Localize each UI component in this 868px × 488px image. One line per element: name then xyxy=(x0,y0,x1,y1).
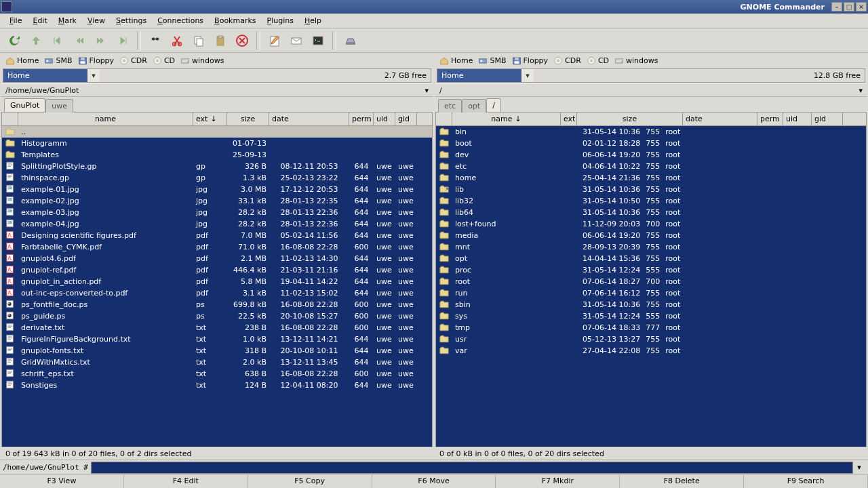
file-row[interactable]: gnuplot4.6.pdfpdf2.1 MB11-02-13 14:30644… xyxy=(2,253,432,264)
right-column-header-size[interactable]: size xyxy=(577,113,683,125)
file-row[interactable]: .. xyxy=(2,126,432,138)
fnkey-f6[interactable]: F6 Move xyxy=(372,475,496,488)
file-row[interactable]: gnuplot-fonts.txttxt318 B20-10-08 10:116… xyxy=(2,345,432,357)
left-column-header-size[interactable]: size xyxy=(227,113,269,125)
file-row[interactable]: proc31-05-14 12:24555rootroot xyxy=(436,264,866,276)
cut-button[interactable] xyxy=(167,30,187,51)
select-pattern-button[interactable]: ** xyxy=(145,30,165,51)
left-column-header-ext[interactable]: ext xyxy=(193,113,227,125)
file-row[interactable]: thinspace.gpgp1.3 kB25-02-13 23:22644uwe… xyxy=(2,172,432,184)
file-row[interactable]: var27-04-14 22:08755rootroot xyxy=(436,345,866,357)
file-row[interactable]: sys31-05-14 12:24555rootroot xyxy=(436,310,866,322)
file-row[interactable]: bin31-05-14 10:36755rootroot xyxy=(436,126,866,138)
edit-button[interactable] xyxy=(264,30,285,51)
menu-help[interactable]: Help xyxy=(299,15,327,26)
right-column-header-gid[interactable]: gid xyxy=(812,113,843,125)
menu-bookmarks[interactable]: Bookmarks xyxy=(209,15,261,26)
right-device-home[interactable]: Home xyxy=(437,54,475,67)
right-device-smb[interactable]: SMB xyxy=(475,54,509,67)
left-tab-uwe[interactable]: uwe xyxy=(45,99,73,113)
left-device-windows[interactable]: windows xyxy=(178,54,226,67)
file-row[interactable]: ps_fontfile_doc.psps699.8 kB16-08-08 22:… xyxy=(2,299,432,310)
right-column-header-name[interactable]: name xyxy=(452,113,561,125)
file-row[interactable]: lib3231-05-14 10:50755rootroot xyxy=(436,195,866,207)
file-row[interactable]: gnuplot-ref.pdfpdf446.4 kB21-03-11 21:16… xyxy=(2,264,432,276)
maximize-button[interactable]: □ xyxy=(844,2,854,12)
right-column-header-date[interactable]: date xyxy=(683,113,757,125)
left-device-smb[interactable]: SMB xyxy=(41,54,75,67)
left-column-header-date[interactable]: date xyxy=(269,113,349,125)
file-row[interactable]: home25-04-14 21:36755rootroot xyxy=(436,172,866,184)
left-device-cdr[interactable]: CDR xyxy=(117,54,150,67)
close-button[interactable]: × xyxy=(856,2,867,12)
file-row[interactable]: out-inc-eps-converted-to.pdfpdf3.1 kB11-… xyxy=(2,287,432,299)
file-row[interactable]: example-03.jpgjpg28.2 kB28-01-13 22:3664… xyxy=(2,207,432,218)
left-device-floppy[interactable]: Floppy xyxy=(75,54,117,67)
fnkey-f8[interactable]: F8 Delete xyxy=(620,475,744,488)
first-button[interactable] xyxy=(47,30,68,51)
file-row[interactable]: ps_guide.psps22.5 kB20-10-08 15:27600uwe… xyxy=(2,310,432,322)
right-column-header-icon[interactable] xyxy=(436,113,452,125)
terminal-button[interactable] xyxy=(308,30,328,51)
last-button[interactable] xyxy=(113,30,133,51)
left-file-list-body[interactable]: ..Histogramm01-07-13 21:31755uweuweTempl… xyxy=(2,126,432,447)
remote-button[interactable] xyxy=(340,30,361,51)
menu-mark[interactable]: Mark xyxy=(53,15,82,26)
minimize-button[interactable]: – xyxy=(831,2,842,12)
menu-file[interactable]: File xyxy=(4,15,27,26)
menu-view[interactable]: View xyxy=(82,15,111,26)
file-row[interactable]: Histogramm01-07-13 21:31755uweuwe xyxy=(2,138,432,149)
file-row[interactable]: Sonstigestxt124 B12-04-11 08:20644uweuwe xyxy=(2,380,432,391)
paste-button[interactable] xyxy=(210,30,231,51)
right-device-floppy[interactable]: Floppy xyxy=(509,54,551,67)
right-path[interactable]: / xyxy=(439,86,850,95)
left-column-header-name[interactable]: name xyxy=(18,113,193,125)
fnkey-f5[interactable]: F5 Copy xyxy=(248,475,372,488)
file-row[interactable]: lib6431-05-14 10:36755rootroot xyxy=(436,207,866,218)
file-row[interactable]: opt14-04-14 15:36755rootroot xyxy=(436,253,866,264)
fnkey-f7[interactable]: F7 Mkdir xyxy=(496,475,620,488)
fnkey-f3[interactable]: F3 View xyxy=(0,475,124,488)
menu-edit[interactable]: Edit xyxy=(27,15,52,26)
right-tab-etc[interactable]: etc xyxy=(438,99,462,113)
command-history-dropdown[interactable]: ▾ xyxy=(853,463,865,472)
up-button[interactable] xyxy=(26,30,46,51)
file-row[interactable]: lost+found11-12-09 20:03700rootroot xyxy=(436,218,866,230)
chevron-down-icon[interactable]: ▾ xyxy=(87,71,100,80)
file-row[interactable]: mnt28-09-13 20:39755rootroot xyxy=(436,241,866,253)
file-row[interactable]: gnuplot_in_action.pdfpdf5.8 MB19-04-11 1… xyxy=(2,276,432,287)
left-column-header-perm[interactable]: perm xyxy=(349,113,374,125)
forward-button[interactable] xyxy=(91,30,111,51)
file-row[interactable]: example-04.jpgjpg28.2 kB28-01-13 22:3664… xyxy=(2,218,432,230)
left-path-history[interactable]: ▾ xyxy=(416,86,429,95)
file-row[interactable]: Designing scientific figures.pdfpdf7.0 M… xyxy=(2,230,432,241)
left-tab-GnuPlot[interactable]: GnuPlot xyxy=(4,98,45,112)
left-device-cd[interactable]: CD xyxy=(150,54,178,67)
file-row[interactable]: dev06-06-14 19:20755rootroot xyxy=(436,149,866,161)
menu-settings[interactable]: Settings xyxy=(111,15,152,26)
chevron-down-icon[interactable]: ▾ xyxy=(521,71,534,80)
file-row[interactable]: usr05-12-13 13:27755rootroot xyxy=(436,333,866,345)
fnkey-f9[interactable]: F9 Search xyxy=(744,475,868,488)
file-row[interactable]: etc04-06-14 10:22755rootroot xyxy=(436,161,866,172)
back-button[interactable] xyxy=(69,30,90,51)
file-row[interactable]: example-02.jpgjpg33.1 kB28-01-13 22:3564… xyxy=(2,195,432,207)
right-path-history[interactable]: ▾ xyxy=(850,86,863,95)
file-row[interactable]: example-01.jpgjpg3.0 MB17-12-12 20:53644… xyxy=(2,184,432,195)
file-row[interactable]: boot02-01-12 18:28755rootroot xyxy=(436,138,866,149)
file-row[interactable]: run07-06-14 16:12755rootroot xyxy=(436,287,866,299)
file-row[interactable]: GridWithMxtics.txttxt2.0 kB13-12-11 13:4… xyxy=(2,357,432,368)
menu-connections[interactable]: Connections xyxy=(152,15,209,26)
right-file-list-body[interactable]: bin31-05-14 10:36755rootrootboot02-01-12… xyxy=(436,126,866,447)
command-input[interactable] xyxy=(91,462,853,474)
file-row[interactable]: derivate.txttxt238 B16-08-08 22:28600uwe… xyxy=(2,322,432,333)
file-row[interactable]: SplittingPlotStyle.gpgp326 B08-12-11 20:… xyxy=(2,161,432,172)
file-row[interactable]: schrift_eps.txttxt638 B16-08-08 22:28600… xyxy=(2,368,432,380)
right-column-header-uid[interactable]: uid xyxy=(783,113,812,125)
menu-plugins[interactable]: Plugins xyxy=(262,15,299,26)
right-drive-combo[interactable]: Home▾12.8 GB free xyxy=(437,68,865,83)
file-row[interactable]: sbin31-05-14 10:36755rootroot xyxy=(436,299,866,310)
left-drive-combo[interactable]: Home▾2.7 GB free xyxy=(3,68,431,83)
left-column-header-uid[interactable]: uid xyxy=(374,113,395,125)
right-device-cd[interactable]: CD xyxy=(584,54,612,67)
